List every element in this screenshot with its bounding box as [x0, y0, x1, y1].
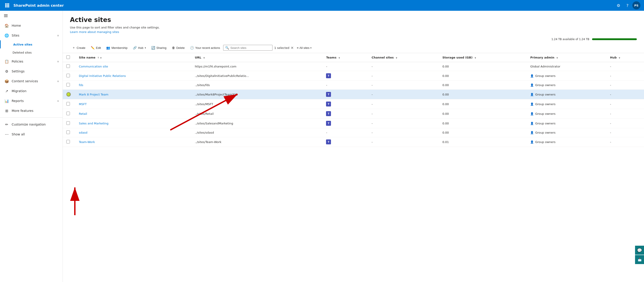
site-hub: -: [606, 81, 644, 90]
site-name-link[interactable]: Sales and Marketing: [79, 122, 108, 125]
sidebar-item-sites[interactable]: 🌐 Sites ∧: [0, 30, 62, 40]
clear-selection-button[interactable]: ✕: [291, 46, 294, 50]
learn-more-link[interactable]: Learn more about managing sites: [70, 30, 119, 34]
floating-chat-button[interactable]: 💬: [635, 246, 644, 255]
table-row[interactable]: Retail../sites/RetailT-0.00👤Group owners…: [63, 109, 644, 118]
table-row[interactable]: Communication sitehttps://m1f4.sharepoin…: [63, 62, 644, 71]
site-name-link[interactable]: Retail: [79, 112, 87, 116]
row-checkbox[interactable]: [66, 74, 70, 77]
sidebar-sub-item-deleted-sites[interactable]: Deleted sites: [0, 48, 62, 56]
admin-name: Group owners: [535, 84, 556, 87]
site-name-link[interactable]: fds: [79, 84, 83, 87]
settings-icon-button[interactable]: ⚙: [614, 1, 622, 10]
site-hub: -: [606, 90, 644, 99]
delete-button[interactable]: 🗑 Delete: [170, 44, 187, 51]
sidebar-item-customize-nav[interactable]: ✏️ Customize navigation: [0, 120, 62, 129]
admin-name: Group owners: [535, 102, 556, 106]
membership-button[interactable]: 👥 Membership: [104, 44, 130, 51]
site-hub: -: [606, 118, 644, 128]
floating-feedback-button[interactable]: 📩: [635, 255, 644, 264]
svg-rect-10: [4, 16, 8, 16]
sidebar-item-sites-label: Sites: [12, 34, 19, 37]
layout: 🏠 Home 🌐 Sites ∧ Active sites Deleted si…: [0, 11, 644, 282]
site-primary-admin: 👤Group owners: [526, 81, 606, 90]
sites-chevron-icon: ∧: [57, 34, 59, 37]
help-icon-button[interactable]: ?: [624, 1, 632, 10]
column-admin-label: Primary admin: [530, 56, 554, 59]
sidebar-item-content-services[interactable]: 📦 Content services ∨: [0, 76, 62, 86]
site-teams: -: [322, 128, 368, 137]
column-storage-used[interactable]: Storage used (GB) ∨: [439, 53, 526, 62]
site-name-link[interactable]: Communication site: [79, 65, 108, 68]
table-row[interactable]: fds../sites/fds--0.00👤Group owners-: [63, 81, 644, 90]
admin-person-icon: 👤: [530, 140, 534, 144]
page-description: Use this page to sort and filter sites a…: [70, 25, 637, 34]
table-row[interactable]: Sales and Marketing../sites/SalesandMark…: [63, 118, 644, 128]
waffle-menu-button[interactable]: [4, 2, 11, 9]
column-url[interactable]: URL ∨: [191, 53, 322, 62]
sharing-button[interactable]: 🔄 Sharing: [149, 44, 169, 51]
column-hub[interactable]: Hub ∨: [606, 53, 644, 62]
row-checkbox[interactable]: [66, 64, 70, 68]
column-url-label: URL: [195, 56, 201, 59]
sidebar-item-policies[interactable]: 📋 Policies ∨: [0, 56, 62, 66]
sidebar-toggle-button[interactable]: [0, 11, 62, 20]
sidebar-item-migration[interactable]: ↗ Migration: [0, 86, 62, 96]
create-button[interactable]: ＋ Create: [70, 44, 88, 51]
table-row[interactable]: Team-Work../sites/Team-WorkT-0.01👤Group …: [63, 137, 644, 147]
table-row[interactable]: MSFT../sites/MSFTT-0.00👤Group owners-: [63, 99, 644, 109]
storage-bar: [592, 38, 637, 40]
table-row[interactable]: sdasd../sites/sdasd--0.00👤Group owners-: [63, 128, 644, 137]
svg-rect-11: [4, 16, 8, 17]
site-name-link[interactable]: MSFT: [79, 102, 87, 106]
search-box: 🔍: [223, 45, 272, 51]
sidebar-item-home[interactable]: 🏠 Home: [0, 20, 62, 30]
row-checkbox[interactable]: [66, 112, 70, 115]
column-teams[interactable]: Teams ∨: [322, 53, 368, 62]
site-channel-sites: -: [368, 128, 439, 137]
site-url: https://m1f4.sharepoint.com: [191, 62, 322, 71]
row-loading-indicator: [66, 92, 71, 96]
column-channel-sites[interactable]: Channel sites ∨: [368, 53, 439, 62]
select-all-column[interactable]: [63, 53, 75, 62]
app-title: SharePoint admin center: [14, 3, 612, 8]
admin-person-icon: 👤: [530, 122, 534, 125]
avatar[interactable]: PS: [632, 1, 640, 10]
hub-button[interactable]: 🔗 Hub ▾: [131, 44, 148, 51]
site-name-link[interactable]: Mark 8 Project Team: [79, 93, 108, 96]
sidebar-item-show-all[interactable]: ··· Show all: [0, 129, 62, 139]
sites-icon: 🌐: [4, 34, 9, 38]
column-primary-admin[interactable]: Primary admin ∨: [526, 53, 606, 62]
row-checkbox[interactable]: [66, 102, 70, 106]
row-checkbox[interactable]: [66, 130, 70, 134]
select-all-checkbox[interactable]: [66, 55, 70, 59]
edit-button[interactable]: ✏️ Edit: [88, 44, 103, 51]
row-checkbox[interactable]: [66, 83, 70, 86]
sidebar-item-settings[interactable]: ⚙️ Settings: [0, 66, 62, 76]
sidebar-item-more-features[interactable]: ⊞ More features: [0, 106, 62, 116]
site-primary-admin: 👤Group owners: [526, 137, 606, 147]
row-checkbox[interactable]: [66, 140, 70, 144]
sidebar-item-reports[interactable]: 📊 Reports ∨: [0, 96, 62, 106]
site-channel-sites: -: [368, 99, 439, 109]
table-row[interactable]: Mark 8 Project Team../sites/Mark8Project…: [63, 90, 644, 99]
svg-rect-6: [5, 6, 6, 8]
site-name-link[interactable]: Team-Work: [79, 140, 95, 144]
all-sites-filter-button[interactable]: ≡ All sites ▾: [295, 45, 314, 51]
svg-rect-3: [5, 5, 6, 6]
column-site-name[interactable]: Site name ↑ ∨: [75, 53, 191, 62]
recent-actions-button[interactable]: 🕐 Your recent actions: [188, 44, 222, 51]
site-teams: T: [322, 90, 368, 99]
table-row[interactable]: Digital Initiative Public Relations../si…: [63, 71, 644, 81]
customize-nav-label: Customize navigation: [12, 122, 46, 126]
row-checkbox[interactable]: [66, 121, 70, 125]
create-icon: ＋: [72, 46, 75, 50]
sidebar-sub-item-active-sites[interactable]: Active sites: [0, 40, 62, 48]
search-input[interactable]: [230, 46, 270, 50]
table-header: Site name ↑ ∨ URL ∨ Teams ∨ Channel si: [63, 53, 644, 62]
site-name-link[interactable]: sdasd: [79, 131, 88, 134]
site-channel-sites: -: [368, 81, 439, 90]
site-name-link[interactable]: Digital Initiative Public Relations: [79, 74, 126, 78]
site-url: ../sites/DigitalInitiativePublicRelatio.…: [191, 71, 322, 81]
sharing-label: Sharing: [156, 46, 166, 50]
